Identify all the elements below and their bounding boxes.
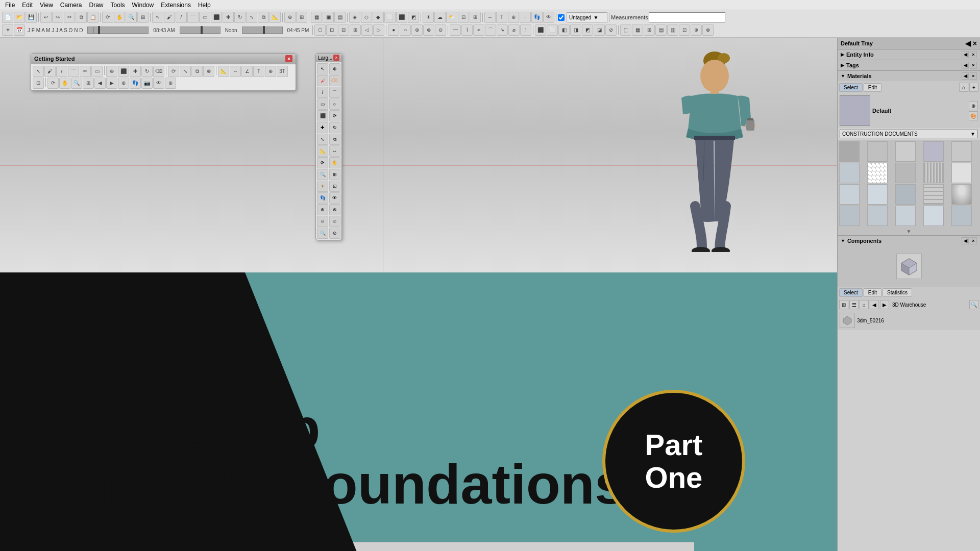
lt-sun[interactable]: ☀: [317, 181, 328, 192]
tag-section-header[interactable]: ▶ Tags ◀ ×: [838, 60, 980, 70]
menu-draw[interactable]: Draw: [86, 1, 107, 9]
look-button[interactable]: 👁: [543, 12, 554, 23]
lt-zoom[interactable]: 🔍: [317, 169, 328, 180]
gs-zoom-tool[interactable]: 🔍: [71, 78, 82, 89]
mat-cell[interactable]: [923, 163, 944, 183]
sandbox6-button[interactable]: ⌀: [508, 24, 520, 36]
gs-shape-tool[interactable]: ▭: [91, 66, 103, 77]
mat-cell[interactable]: [951, 141, 972, 162]
tray-close-button[interactable]: ×: [973, 39, 977, 47]
materials-undock[interactable]: ◀: [962, 72, 969, 80]
mat-cell[interactable]: [951, 184, 972, 205]
menu-tools[interactable]: Tools: [108, 1, 128, 9]
sandbox7-button[interactable]: ⋮: [520, 24, 531, 36]
component-button[interactable]: ⊕: [284, 12, 296, 23]
lt-tape[interactable]: 📐: [317, 145, 328, 157]
styles2-button[interactable]: ◇: [361, 12, 372, 23]
mat-cell[interactable]: [923, 141, 944, 162]
extra7-button[interactable]: ⊘: [605, 24, 617, 36]
layout5-button[interactable]: ▥: [667, 24, 678, 36]
undo-button[interactable]: ↩: [40, 12, 52, 23]
extra3-button[interactable]: ◧: [558, 24, 570, 36]
gs-section-tool[interactable]: ⊡: [33, 78, 44, 89]
pan-button[interactable]: ✋: [114, 12, 125, 23]
lt-follow[interactable]: ⟳: [329, 110, 340, 121]
getting-started-close-button[interactable]: ×: [285, 55, 292, 62]
gs-move-tool[interactable]: ✚: [130, 66, 141, 77]
comp-search-icon-btn[interactable]: 🔍: [969, 300, 978, 309]
tray-undock-button[interactable]: ◀: [965, 39, 971, 47]
gs-protractor-tool[interactable]: ∠: [241, 66, 253, 77]
push-tool-button[interactable]: ⬛: [211, 12, 222, 23]
gs-walk-tool[interactable]: 👣: [130, 78, 141, 89]
styles1-button[interactable]: ◈: [349, 12, 360, 23]
entity-info-undock[interactable]: ◀: [962, 51, 969, 58]
lt-arc[interactable]: ⌒: [329, 87, 340, 98]
lt-extra2[interactable]: ⊗: [329, 204, 340, 215]
gs-orbit-tool[interactable]: ⟳: [47, 78, 59, 89]
back-button[interactable]: ⊞: [350, 24, 361, 36]
lt-push[interactable]: ⬛: [317, 110, 328, 121]
mat-cell[interactable]: [895, 141, 916, 162]
mat-cell[interactable]: [951, 163, 972, 183]
sandbox3-button[interactable]: ≈: [473, 24, 484, 36]
gs-component-tool[interactable]: ⊕: [106, 66, 117, 77]
redo-button[interactable]: ↪: [52, 12, 63, 23]
group-button[interactable]: ⊞: [296, 12, 307, 23]
open-button[interactable]: 📂: [14, 12, 25, 23]
shadow3-button[interactable]: ⛅: [446, 12, 457, 23]
extra1-button[interactable]: ⬛: [535, 24, 546, 36]
menu-extensions[interactable]: Extensions: [158, 1, 194, 9]
comp-edit-tab[interactable]: Edit: [864, 288, 881, 297]
paste-button[interactable]: 📋: [87, 12, 99, 23]
measurements-input[interactable]: [649, 12, 725, 22]
gs-tape-tool[interactable]: 📐: [218, 66, 229, 77]
mat-cell[interactable]: [951, 206, 972, 226]
menu-file[interactable]: File: [2, 1, 18, 9]
gs-prev-view-tool[interactable]: ◀: [94, 78, 106, 89]
mat-cell[interactable]: [839, 206, 860, 226]
lt-line[interactable]: /: [317, 87, 328, 98]
menu-edit[interactable]: Edit: [19, 1, 36, 9]
shaded-button[interactable]: ◩: [408, 12, 419, 23]
copy-button[interactable]: ⧉: [76, 12, 87, 23]
mat-cell[interactable]: [839, 163, 860, 183]
lt-extra5[interactable]: 🔍: [317, 228, 328, 239]
extra2-button[interactable]: ⬜: [547, 24, 558, 36]
components-close[interactable]: ×: [970, 237, 977, 244]
gs-line-tool[interactable]: /: [56, 66, 67, 77]
lt-orbit[interactable]: ⟳: [317, 157, 328, 168]
materials-close[interactable]: ×: [970, 72, 977, 80]
hidden-button[interactable]: ⬛: [396, 12, 407, 23]
gs-dim-tool[interactable]: ↔: [230, 66, 241, 77]
solid1-button[interactable]: ●: [388, 24, 399, 36]
comp-statistics-tab[interactable]: Statistics: [883, 288, 912, 297]
mat-cell[interactable]: [895, 184, 916, 205]
solid3-button[interactable]: ⊕: [411, 24, 423, 36]
gs-pan-tool[interactable]: ✋: [59, 78, 70, 89]
comp-back-btn[interactable]: ◀: [870, 300, 879, 309]
extra6-button[interactable]: ◪: [594, 24, 605, 36]
lt-extra4[interactable]: ⊘: [329, 216, 340, 227]
comp-list-item[interactable]: 3dm_50216: [840, 313, 978, 328]
lt-extra1[interactable]: ⊕: [317, 204, 328, 215]
lt-section[interactable]: ⊡: [329, 181, 340, 192]
shadow-date-button[interactable]: 📅: [14, 24, 25, 36]
select-tool-button[interactable]: ↖: [152, 12, 163, 23]
iso-button[interactable]: ⬡: [314, 24, 326, 36]
layout2-button[interactable]: ▦: [632, 24, 643, 36]
sandbox2-button[interactable]: ⌇: [461, 24, 473, 36]
lt-extra3[interactable]: ⊖: [317, 216, 328, 227]
section1-button[interactable]: ⊡: [458, 12, 469, 23]
lt-pan[interactable]: ✋: [329, 157, 340, 168]
gs-text-tool[interactable]: T: [253, 66, 264, 77]
materials-section-header[interactable]: ▼ Materials ◀ ×: [838, 71, 980, 81]
layout4-button[interactable]: ▤: [655, 24, 667, 36]
lt-offset[interactable]: ⧉: [329, 134, 340, 145]
mat-cell[interactable]: [895, 163, 916, 183]
gs-scale-tool[interactable]: ⤡: [180, 66, 191, 77]
right-button[interactable]: ▷: [373, 24, 384, 36]
gs-zoom-plus-tool[interactable]: ⊕: [165, 78, 176, 89]
mat-cell[interactable]: [867, 141, 888, 162]
mat-select-tab[interactable]: Select: [839, 83, 863, 92]
